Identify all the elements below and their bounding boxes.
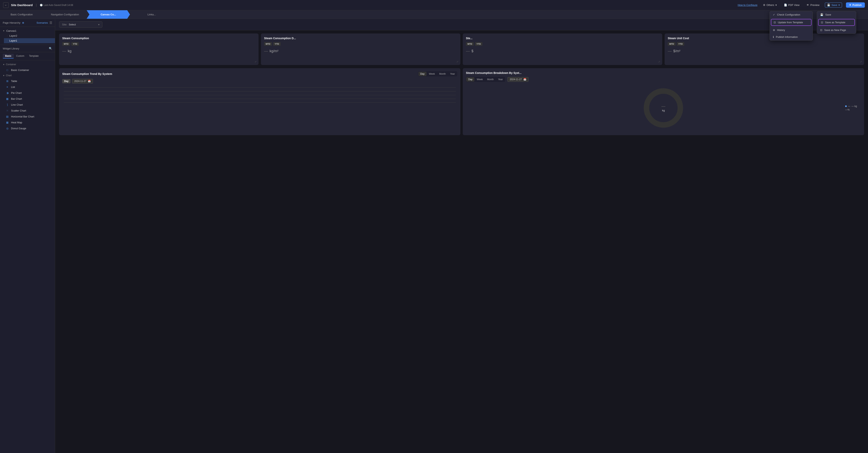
chevron-down-icon: ▾ bbox=[775, 4, 777, 6]
site-select-value: Select bbox=[69, 23, 97, 26]
time-tab-year[interactable]: Year bbox=[496, 77, 505, 82]
page-hierarchy-label: Page Hierarchy bbox=[3, 21, 21, 24]
dropdown-update-from-template[interactable]: ⊡ Update from Template bbox=[771, 19, 811, 26]
time-tab-year[interactable]: Year bbox=[448, 72, 457, 76]
widget-donut-gauge[interactable]: ◎ Donut Gauge bbox=[0, 125, 55, 131]
donut-value: — bbox=[661, 104, 665, 109]
time-tab-month[interactable]: Month bbox=[485, 77, 496, 82]
time-tab-day[interactable]: Day bbox=[466, 77, 474, 82]
time-tabs: Day Week Month Year bbox=[418, 71, 457, 77]
kpi-tags: MTD YTD bbox=[668, 42, 861, 46]
time-tabs: Day Week Month Year bbox=[466, 77, 505, 82]
section-container: ▼ Container bbox=[0, 62, 55, 67]
search-icon[interactable]: 🔍 bbox=[49, 47, 52, 50]
tab-template[interactable]: Template bbox=[27, 54, 41, 59]
pie-chart-icon: ◑ bbox=[5, 91, 9, 95]
title-divider: | bbox=[36, 3, 37, 7]
step-canvas-config[interactable]: Canvas Co... bbox=[87, 10, 130, 19]
kpi-tag-ytd[interactable]: YTD bbox=[273, 42, 281, 46]
widget-line-chart[interactable]: ⟆ Line Chart bbox=[0, 102, 55, 108]
drag-handle-icon: :: bbox=[7, 40, 8, 42]
widget-horizontal-bar-chart[interactable]: ▤ Horizontal Bar Chart bbox=[0, 114, 55, 119]
dropdown-publish-information[interactable]: ℹ Publish Information bbox=[770, 33, 813, 40]
chart-row: Steam Consumption Trend By System Day We… bbox=[59, 68, 864, 135]
widget-list[interactable]: ≡ List bbox=[0, 84, 55, 90]
tree-item-canvas1[interactable]: ▼ Canvas1 bbox=[0, 28, 55, 33]
publish-button[interactable]: ✈ Publish bbox=[846, 2, 865, 8]
preview-button[interactable]: 👁 Preview bbox=[805, 3, 821, 7]
date-input[interactable]: 2024-11-27 📅 bbox=[507, 77, 528, 82]
dropdown-history[interactable]: ⊚ History bbox=[770, 27, 813, 33]
others-button[interactable]: ⚙ Others ▾ bbox=[762, 3, 778, 7]
others-icon: ⚙ bbox=[763, 4, 766, 6]
save-dropdown-as-template[interactable]: ⊡ Save as Template bbox=[818, 19, 855, 26]
expand-icon: ⤢ bbox=[457, 60, 458, 63]
container-icon: □ bbox=[5, 68, 9, 72]
legend-item-0: — — kg bbox=[845, 105, 857, 108]
chart-card-trend: Steam Consumption Trend By System Day We… bbox=[59, 68, 460, 135]
heat-map-icon: ▦ bbox=[5, 121, 9, 124]
widget-heat-map[interactable]: ▦ Heat Map bbox=[0, 119, 55, 125]
how-to-configure-link[interactable]: How to Configure bbox=[738, 4, 757, 6]
save-dropdown-as-new-page[interactable]: ⊡ Save as New Page bbox=[817, 27, 856, 33]
top-bar-nav: How to Configure ⚙ Others ▾ 📄 PDF View 👁… bbox=[738, 2, 865, 8]
save-dropdown-save[interactable]: 💾 Save bbox=[817, 11, 856, 18]
widget-table[interactable]: ⊞ Table bbox=[0, 78, 55, 84]
dropdown-check-configuration[interactable]: ✓ Check Configuration bbox=[770, 11, 813, 18]
date-tag[interactable]: Day bbox=[62, 79, 70, 83]
calendar-icon: 📅 bbox=[88, 80, 91, 83]
publish-icon: ✈ bbox=[849, 4, 851, 6]
eye-icon: 👁 bbox=[807, 4, 809, 6]
tab-basic[interactable]: Basic bbox=[3, 54, 14, 59]
chart-placeholder bbox=[62, 88, 457, 103]
step-navigation-config[interactable]: Navigation Configuration bbox=[43, 10, 87, 19]
kpi-tag-mtd[interactable]: MTD bbox=[264, 42, 272, 46]
scenarios-link[interactable]: Scenarios bbox=[36, 21, 48, 24]
kpi-value: — $/m² bbox=[668, 49, 861, 53]
kpi-title: Steam Consumption bbox=[62, 37, 255, 40]
tree-item-layer2[interactable]: :: Layer2 bbox=[4, 33, 55, 38]
drag-handle-icon: :: bbox=[7, 35, 8, 37]
save-chevron-icon: ▾ bbox=[838, 4, 840, 6]
save-button[interactable]: 💾 Save ▾ bbox=[825, 3, 842, 7]
time-tab-day[interactable]: Day bbox=[418, 72, 427, 76]
time-tab-month[interactable]: Month bbox=[437, 72, 447, 76]
time-tab-week[interactable]: Week bbox=[475, 77, 485, 82]
pdf-view-button[interactable]: 📄 PDF View bbox=[782, 3, 801, 7]
caret-icon: ▼ bbox=[3, 74, 5, 77]
kpi-tag-mtd[interactable]: MTD bbox=[466, 42, 474, 46]
time-tab-week[interactable]: Week bbox=[427, 72, 437, 76]
widget-pie-chart[interactable]: ◑ Pie Chart bbox=[0, 90, 55, 96]
scenarios-menu-icon[interactable]: ☰ bbox=[50, 21, 52, 25]
caret-icon: ▼ bbox=[3, 30, 5, 32]
template-icon: ⊡ bbox=[774, 21, 776, 24]
site-select[interactable]: Site: Select ▾ bbox=[59, 21, 102, 28]
donut-circle: — kg bbox=[644, 88, 683, 128]
widget-scatter-chart[interactable]: ⁙ Scatter Chart bbox=[0, 108, 55, 114]
widget-basic-container[interactable]: □ Basic Container bbox=[0, 67, 55, 73]
tab-custom[interactable]: Custom bbox=[14, 54, 27, 59]
step-basic-config[interactable]: Basic Configuration bbox=[0, 10, 43, 19]
back-button[interactable]: ← bbox=[3, 2, 9, 8]
kpi-tag-ytd[interactable]: YTD bbox=[677, 42, 684, 46]
calendar-icon: 📅 bbox=[523, 78, 526, 81]
caret-icon: ▼ bbox=[3, 63, 5, 66]
kpi-tag-mtd[interactable]: MTD bbox=[62, 42, 70, 46]
donut-inner: — kg bbox=[661, 104, 665, 112]
kpi-tag-mtd[interactable]: MTD bbox=[668, 42, 676, 46]
kpi-card-1: Steam Consumption D... MTD YTD — kg/m² ⤢ bbox=[261, 33, 460, 65]
add-hierarchy-icon[interactable]: ⊕ bbox=[22, 21, 24, 24]
date-input[interactable]: 2024-11-27 📅 bbox=[72, 79, 93, 84]
tree-item-layer1[interactable]: :: Layer1 bbox=[4, 38, 55, 43]
expand-icon: ⤢ bbox=[255, 60, 256, 63]
kpi-title: Steam Consumption D... bbox=[264, 37, 457, 40]
widget-library-label: Widget Library bbox=[3, 47, 19, 50]
step-linkage[interactable]: Linka... bbox=[130, 10, 173, 19]
expand-icon: ⤢ bbox=[860, 60, 862, 63]
donut-legend: — — kg —% bbox=[845, 105, 857, 111]
kpi-tag-ytd[interactable]: YTD bbox=[475, 42, 483, 46]
kpi-tag-ytd[interactable]: YTD bbox=[71, 42, 79, 46]
pdf-icon: 📄 bbox=[784, 4, 787, 6]
kpi-tags: MTD YTD bbox=[264, 42, 457, 46]
widget-bar-chart[interactable]: ▦ Bar Chart bbox=[0, 96, 55, 102]
